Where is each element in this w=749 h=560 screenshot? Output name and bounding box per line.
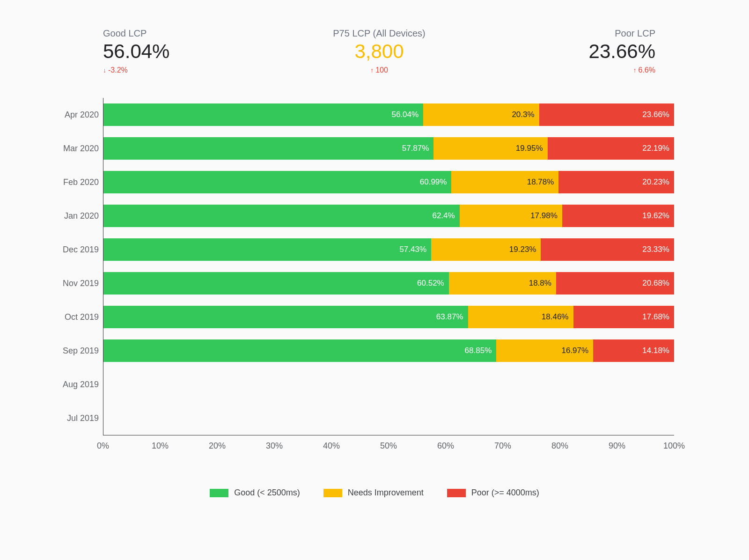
chart-legend: Good (< 2500ms) Needs Improvement Poor (…: [37, 488, 712, 498]
arrow-up-icon: [370, 66, 374, 74]
metric-delta: -3.2%: [103, 66, 128, 74]
row-label: Apr 2020: [43, 110, 99, 120]
x-axis-tick: 90%: [609, 441, 625, 451]
bar-segment-poor: 20.23%: [558, 171, 674, 193]
metrics-summary: Good LCP 56.04% -3.2% P75 LCP (All Devic…: [37, 28, 712, 74]
bar-segment-poor: 19.62%: [562, 205, 674, 227]
chart-row: Aug 2019: [103, 368, 674, 401]
bar-segment-good: 63.87%: [103, 306, 468, 328]
legend-item-good: Good (< 2500ms): [210, 488, 300, 498]
bar-segment-needs-improvement: 19.23%: [431, 238, 541, 261]
x-axis-tick: 70%: [494, 441, 511, 451]
bar-container: 60.52%18.8%20.68%: [103, 272, 674, 295]
legend-swatch: [447, 489, 466, 497]
chart-row: Dec 201957.43%19.23%23.33%: [103, 233, 674, 266]
row-label: Oct 2019: [43, 312, 99, 322]
legend-item-poor: Poor (>= 4000ms): [447, 488, 539, 498]
chart-row: Sep 201968.85%16.97%14.18%: [103, 334, 674, 368]
chart-row: Mar 202057.87%19.95%22.19%: [103, 132, 674, 165]
metric-delta: 100: [370, 66, 388, 74]
bar-segment-good: 57.43%: [103, 238, 431, 261]
bar-segment-poor: 23.66%: [539, 103, 674, 126]
bar-container: 68.85%16.97%14.18%: [103, 339, 674, 362]
legend-item-needs-improvement: Needs Improvement: [323, 488, 424, 498]
bar-segment-good: 57.87%: [103, 137, 433, 160]
row-label: Dec 2019: [43, 245, 99, 255]
x-axis-tick: 80%: [551, 441, 568, 451]
row-label: Mar 2020: [43, 144, 99, 154]
arrow-up-icon: [633, 66, 637, 74]
bar-segment-needs-improvement: 19.95%: [433, 137, 547, 160]
legend-swatch: [323, 489, 342, 497]
chart-body: Apr 202056.04%20.3%23.66%Mar 202057.87%1…: [103, 98, 674, 435]
bar-segment-poor: 22.19%: [548, 137, 674, 160]
row-label: Aug 2019: [43, 380, 99, 390]
bar-segment-needs-improvement: 18.8%: [449, 272, 556, 295]
bar-container: 57.43%19.23%23.33%: [103, 238, 674, 261]
metric-good-lcp: Good LCP 56.04% -3.2%: [103, 28, 169, 74]
bar-segment-needs-improvement: 18.78%: [451, 171, 558, 193]
chart-row: Feb 202060.99%18.78%20.23%: [103, 165, 674, 199]
row-label: Feb 2020: [43, 177, 99, 187]
metric-delta: 6.6%: [633, 66, 655, 74]
lcp-distribution-chart: Apr 202056.04%20.3%23.66%Mar 202057.87%1…: [103, 98, 674, 455]
x-axis-tick: 100%: [663, 441, 685, 451]
bar-container: [103, 407, 674, 429]
bar-segment-needs-improvement: 18.46%: [468, 306, 573, 328]
metric-value: 23.66%: [589, 40, 655, 63]
metric-value: 3,800: [354, 40, 404, 63]
bar-segment-good: 68.85%: [103, 339, 496, 362]
metric-p75-lcp: P75 LCP (All Devices) 3,800 100: [333, 28, 425, 74]
bar-container: 57.87%19.95%22.19%: [103, 137, 674, 160]
row-label: Sep 2019: [43, 346, 99, 356]
bar-segment-poor: 17.68%: [573, 306, 675, 328]
metric-label: Poor LCP: [615, 28, 655, 39]
bar-segment-good: 62.4%: [103, 205, 460, 227]
metric-label: Good LCP: [103, 28, 147, 39]
bar-segment-needs-improvement: 20.3%: [423, 103, 539, 126]
bar-segment-needs-improvement: 17.98%: [460, 205, 562, 227]
bar-segment-poor: 23.33%: [541, 238, 674, 261]
x-axis-tick: 30%: [266, 441, 283, 451]
metric-poor-lcp: Poor LCP 23.66% 6.6%: [589, 28, 655, 74]
metric-value: 56.04%: [103, 40, 169, 63]
metric-label: P75 LCP (All Devices): [333, 28, 425, 39]
delta-value: -3.2%: [108, 66, 128, 74]
bar-container: 62.4%17.98%19.62%: [103, 205, 674, 227]
legend-label: Poor (>= 4000ms): [471, 488, 539, 498]
arrow-down-icon: [103, 66, 106, 74]
bar-segment-needs-improvement: 16.97%: [496, 339, 593, 362]
x-axis-tick: 10%: [152, 441, 169, 451]
delta-value: 6.6%: [639, 66, 655, 74]
bar-segment-poor: 20.68%: [556, 272, 674, 295]
bar-segment-good: 56.04%: [103, 103, 423, 126]
bar-container: 56.04%20.3%23.66%: [103, 103, 674, 126]
legend-label: Good (< 2500ms): [234, 488, 300, 498]
row-label: Jul 2019: [43, 413, 99, 423]
legend-label: Needs Improvement: [348, 488, 424, 498]
delta-value: 100: [375, 66, 388, 74]
chart-row: Oct 201963.87%18.46%17.68%: [103, 300, 674, 334]
row-label: Nov 2019: [43, 279, 99, 288]
legend-swatch: [210, 489, 228, 497]
row-label: Jan 2020: [43, 211, 99, 221]
chart-row: Nov 201960.52%18.8%20.68%: [103, 266, 674, 300]
x-axis-tick: 50%: [380, 441, 397, 451]
x-axis: 0%10%20%30%40%50%60%70%80%90%100%: [103, 441, 674, 455]
x-axis-tick: 60%: [437, 441, 454, 451]
bar-container: 60.99%18.78%20.23%: [103, 171, 674, 193]
bar-container: 63.87%18.46%17.68%: [103, 306, 674, 328]
x-axis-tick: 20%: [209, 441, 226, 451]
bar-segment-good: 60.52%: [103, 272, 449, 295]
chart-row: Jul 2019: [103, 401, 674, 435]
bar-segment-poor: 14.18%: [593, 339, 674, 362]
x-axis-tick: 40%: [323, 441, 340, 451]
bar-segment-good: 60.99%: [103, 171, 451, 193]
x-axis-tick: 0%: [97, 441, 109, 451]
chart-row: Jan 202062.4%17.98%19.62%: [103, 199, 674, 233]
chart-row: Apr 202056.04%20.3%23.66%: [103, 98, 674, 132]
bar-container: [103, 373, 674, 396]
